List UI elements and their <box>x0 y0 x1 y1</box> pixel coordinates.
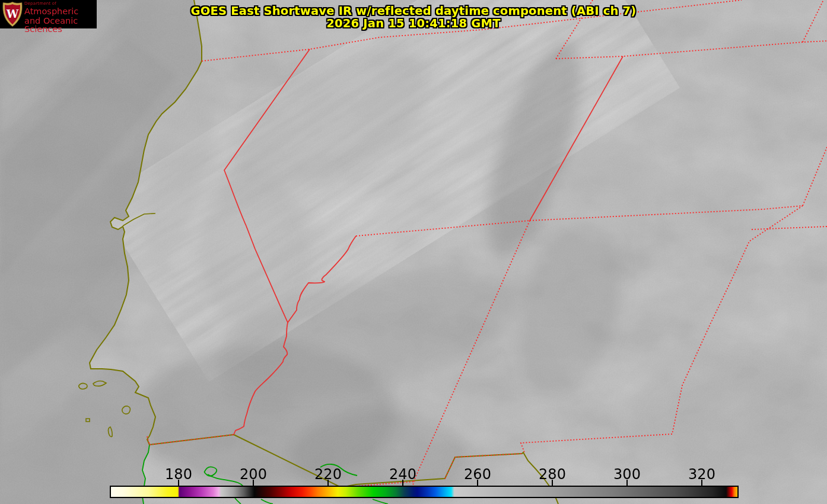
image-timestamp: 2026 Jan 15 10:41:18 GMT <box>0 17 827 30</box>
colorbar-tick-label: 260 <box>451 466 504 483</box>
colorbar-tick-label: 300 <box>600 466 654 483</box>
satellite-map <box>0 0 827 504</box>
colorbar-tick-label: 320 <box>675 466 729 483</box>
satellite-image-viewport: W Department of Atmospheric and Oceanic … <box>0 0 827 504</box>
temperature-colorbar <box>110 486 739 498</box>
colorbar-tick-label: 200 <box>227 466 280 483</box>
colorbar-tick-label: 220 <box>301 466 355 483</box>
colorbar-tick-label: 180 <box>152 466 205 483</box>
colorbar-tick-label: 240 <box>376 466 430 483</box>
colorbar-tick-label: 280 <box>526 466 579 483</box>
image-title: GOES East Shortwave IR w/reflected dayti… <box>0 4 827 18</box>
